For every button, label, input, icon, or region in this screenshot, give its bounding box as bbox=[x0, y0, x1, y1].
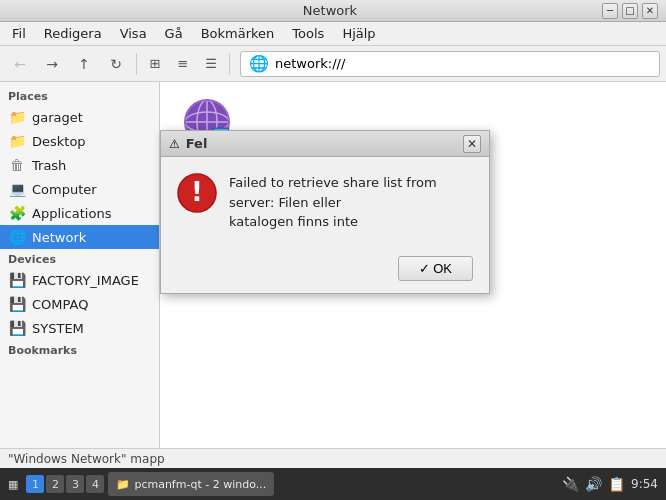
view-icons-button[interactable]: ⊞ bbox=[143, 52, 167, 76]
sidebar-item-garaget[interactable]: 📁 garaget bbox=[0, 105, 159, 129]
clock: 9:54 bbox=[631, 477, 658, 491]
error-dialog: ⚠ Fel ✕ ! Failed to retrieve share list … bbox=[160, 130, 490, 294]
menu-bar: Fil Redigera Visa Gå Bokmärken Tools Hjä… bbox=[0, 22, 666, 46]
up-button[interactable]: ↑ bbox=[70, 50, 98, 78]
dialog-title-bar: ⚠ Fel ✕ bbox=[161, 131, 489, 157]
folder-icon: 📁 bbox=[8, 108, 26, 126]
toolbar-separator-1 bbox=[136, 53, 137, 75]
status-text: "Windows Network" mapp bbox=[8, 452, 165, 466]
close-button[interactable]: ✕ bbox=[642, 3, 658, 19]
toolbar-separator-2 bbox=[229, 53, 230, 75]
menu-tools[interactable]: Tools bbox=[284, 24, 332, 43]
menu-visa[interactable]: Visa bbox=[112, 24, 155, 43]
view-compact-button[interactable]: ≡ bbox=[171, 52, 195, 76]
files-tray-icon[interactable]: 📋 bbox=[608, 476, 625, 492]
workspace-2[interactable]: 2 bbox=[46, 475, 64, 493]
forward-button[interactable]: → bbox=[38, 50, 66, 78]
reload-button[interactable]: ↻ bbox=[102, 50, 130, 78]
address-icon: 🌐 bbox=[249, 54, 269, 73]
sidebar-item-system[interactable]: 💾 SYSTEM bbox=[0, 316, 159, 340]
devices-section-title: Devices bbox=[0, 249, 159, 268]
maximize-button[interactable]: □ bbox=[622, 3, 638, 19]
volume-tray-icon[interactable]: 🔊 bbox=[585, 476, 602, 492]
drive-icon: 💾 bbox=[8, 271, 26, 289]
sidebar-item-compaq[interactable]: 💾 COMPAQ bbox=[0, 292, 159, 316]
sidebar-item-label-network: Network bbox=[32, 230, 86, 245]
dialog-close-button[interactable]: ✕ bbox=[463, 135, 481, 153]
sidebar-item-computer[interactable]: 💻 Computer bbox=[0, 177, 159, 201]
sidebar-item-label-desktop: Desktop bbox=[32, 134, 86, 149]
taskbar-app-icon: 📁 bbox=[116, 478, 130, 491]
workspace-1[interactable]: 1 bbox=[26, 475, 44, 493]
minimize-button[interactable]: ─ bbox=[602, 3, 618, 19]
sidebar-item-label-garaget: garaget bbox=[32, 110, 83, 125]
network-icon: 🌐 bbox=[8, 228, 26, 246]
sidebar-item-label-factory: FACTORY_IMAGE bbox=[32, 273, 139, 288]
dialog-title-text: Fel bbox=[186, 136, 463, 151]
computer-icon: 💻 bbox=[8, 180, 26, 198]
sidebar: Places 📁 garaget 📁 Desktop 🗑 Trash 💻 Com… bbox=[0, 82, 160, 448]
dialog-title-icon: ⚠ bbox=[169, 137, 180, 151]
dialog-body: ! Failed to retrieve share list from ser… bbox=[161, 157, 489, 248]
workspace-4[interactable]: 4 bbox=[86, 475, 104, 493]
address-bar[interactable]: 🌐 network:/// bbox=[240, 51, 660, 77]
trash-icon: 🗑 bbox=[8, 156, 26, 174]
applications-icon: 🧩 bbox=[8, 204, 26, 222]
sidebar-item-label-trash: Trash bbox=[32, 158, 66, 173]
drive-icon: 💾 bbox=[8, 295, 26, 313]
sidebar-item-network[interactable]: 🌐 Network bbox=[0, 225, 159, 249]
bookmarks-section-title: Bookmarks bbox=[0, 340, 159, 359]
show-desktop-button[interactable]: ▦ bbox=[4, 476, 22, 493]
taskbar-apps: 📁 pcmanfm-qt - 2 windo... bbox=[108, 472, 558, 496]
taskbar-app-pcmanfm[interactable]: 📁 pcmanfm-qt - 2 windo... bbox=[108, 472, 274, 496]
taskbar: ▦ 1 2 3 4 📁 pcmanfm-qt - 2 windo... 🔌 🔊 … bbox=[0, 468, 666, 500]
dialog-footer: ✓ OK bbox=[161, 248, 489, 293]
menu-fil[interactable]: Fil bbox=[4, 24, 34, 43]
folder-icon: 📁 bbox=[8, 132, 26, 150]
sidebar-item-desktop[interactable]: 📁 Desktop bbox=[0, 129, 159, 153]
sidebar-item-trash[interactable]: 🗑 Trash bbox=[0, 153, 159, 177]
status-bar: "Windows Network" mapp bbox=[0, 448, 666, 468]
sidebar-item-label-applications: Applications bbox=[32, 206, 111, 221]
sidebar-item-label-compaq: COMPAQ bbox=[32, 297, 88, 312]
taskbar-app-label: pcmanfm-qt - 2 windo... bbox=[134, 478, 266, 491]
svg-text:!: ! bbox=[191, 177, 203, 207]
dialog-message: Failed to retrieve share list from serve… bbox=[229, 173, 473, 232]
window-title: Network bbox=[58, 3, 602, 18]
menu-ga[interactable]: Gå bbox=[157, 24, 191, 43]
taskbar-tray: 🔌 🔊 📋 9:54 bbox=[562, 476, 662, 492]
sidebar-item-label-computer: Computer bbox=[32, 182, 97, 197]
ok-button[interactable]: ✓ OK bbox=[398, 256, 473, 281]
title-bar: Network ─ □ ✕ bbox=[0, 0, 666, 22]
sidebar-item-factory-image[interactable]: 💾 FACTORY_IMAGE bbox=[0, 268, 159, 292]
workspace-switcher: 1 2 3 4 bbox=[26, 475, 104, 493]
workspace-3[interactable]: 3 bbox=[66, 475, 84, 493]
network-tray-icon[interactable]: 🔌 bbox=[562, 476, 579, 492]
places-section-title: Places bbox=[0, 86, 159, 105]
drive-icon: 💾 bbox=[8, 319, 26, 337]
toolbar: ← → ↑ ↻ ⊞ ≡ ☰ 🌐 network:/// bbox=[0, 46, 666, 82]
menu-bokmarken[interactable]: Bokmärken bbox=[193, 24, 283, 43]
back-button[interactable]: ← bbox=[6, 50, 34, 78]
window-controls: ─ □ ✕ bbox=[602, 3, 658, 19]
error-icon: ! bbox=[177, 173, 217, 213]
address-text: network:/// bbox=[275, 56, 345, 71]
sidebar-item-label-system: SYSTEM bbox=[32, 321, 84, 336]
menu-redigera[interactable]: Redigera bbox=[36, 24, 110, 43]
menu-hjalp[interactable]: Hjälp bbox=[334, 24, 383, 43]
view-list-button[interactable]: ☰ bbox=[199, 52, 223, 76]
sidebar-item-applications[interactable]: 🧩 Applications bbox=[0, 201, 159, 225]
